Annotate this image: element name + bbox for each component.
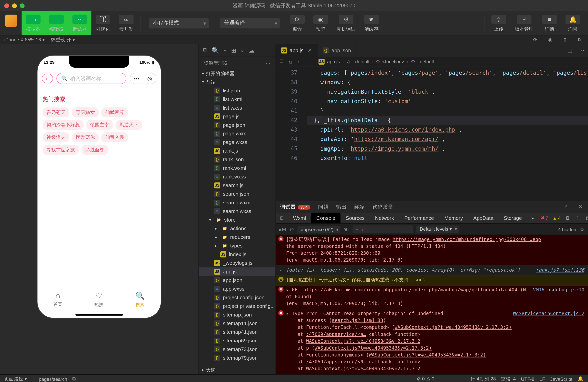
tab-appdata[interactable]: AppData [468,213,498,223]
warn-count[interactable]: ▲ 4 [550,215,563,220]
hot-tag[interactable]: 凤逆天下 [115,120,142,130]
inspect-element-icon[interactable]: ⯐ [276,215,288,221]
hot-tag[interactable]: 镇国主宰 [86,120,113,130]
section-outline[interactable]: 大纲 [199,366,275,374]
page-path-label[interactable]: 页面路径 ▾ [4,376,27,382]
tab-storage[interactable]: Storage [499,213,527,223]
tabbar-home[interactable]: ⌂首页 [54,291,62,314]
file-search.wxml[interactable]: ⟨⟩search.wxml [199,199,275,207]
tab-code-quality[interactable]: 代码质量 [372,202,394,211]
live-expr-icon[interactable]: 👁 [344,226,349,232]
device-icon[interactable]: ▯ [561,37,569,43]
file-rank.wxml[interactable]: ⟨⟩rank.wxml [199,164,275,173]
problems-summary[interactable]: ⊘ 0 ⚠ 0 [417,376,434,382]
close-ring-icon[interactable]: ◎ [143,75,156,82]
file-page.json[interactable]: {}page.json [199,121,275,129]
panel-close-icon[interactable]: ✕ [577,204,585,210]
mode-select[interactable]: 小程序模式 [149,18,209,28]
nav-fwd-icon[interactable]: → [307,59,316,64]
file-app.js[interactable]: JSapp.js [199,267,275,276]
editor-tab-app.json[interactable]: {}app.json [318,44,357,57]
tab-performance[interactable]: Performance [399,213,439,223]
clear-console-icon[interactable]: ⊘ [290,226,294,232]
file-rank.json[interactable]: {}rank.json [199,155,275,164]
copy-path-icon[interactable]: ⧉ [72,376,76,382]
file-page.wxss[interactable]: ≡page.wxss [199,138,275,147]
console-output[interactable]: ✖[渲染层网络层错误] Failed to load image https:/… [276,235,588,374]
real-debug-button[interactable]: ⚙真机调试 [332,11,360,35]
console-log[interactable]: ✖VM16 asdebug.js:10▸ GET https://a0.koic… [276,286,588,309]
messages-button[interactable]: 🔔消息 [561,11,585,35]
close-tab-icon[interactable]: ✕ [308,47,312,54]
file-sitemap.json[interactable]: {}sitemap.json [199,311,275,319]
cursor-position[interactable]: 行 42, 列 28 [471,376,496,382]
tab-output[interactable]: 输出 [335,202,348,211]
file-app.json[interactable]: {}app.json [199,276,275,285]
search-sidebar-icon[interactable]: 🔍 [212,47,219,54]
file-page.wxml[interactable]: ⟨⟩page.wxml [199,129,275,138]
back-button[interactable]: ← [42,74,53,83]
hot-tag[interactable]: 神级渔夫 [43,132,69,142]
tab-wxml[interactable]: Wxml [288,213,311,223]
levels-selector[interactable]: Default levels ▾ [416,225,459,233]
hot-tag[interactable]: 契约冷妻不好惹 [43,120,84,130]
hot-tag[interactable]: 仙帝入侵 [101,132,128,142]
bookmark-nav-icon[interactable]: ⎗ [289,59,294,64]
folder-types[interactable]: 📁types [199,241,275,250]
tab-network[interactable]: Network [370,213,399,223]
nav-back-icon[interactable]: ← [297,59,304,64]
section-open-editors[interactable]: 打开的编辑器 [199,69,275,78]
file-sitemap41.json[interactable]: {}sitemap41.json [199,328,275,336]
console-toggle-icon[interactable]: ▸⊟ [279,226,286,232]
extensions-icon[interactable]: ⊞ [231,47,236,54]
refresh-icon[interactable]: ⟳ [531,37,540,43]
log-source-link[interactable]: VM16 asdebug.js:10 [533,287,585,293]
popout-icon[interactable]: ⧉ [575,37,584,43]
clouddev-button[interactable]: ∞云开发 [115,11,138,35]
hot-tag[interactable]: 仙武帝尊 [101,108,128,117]
console-log[interactable]: ✖WAServiceMainContext.js:2▸ TypeError: C… [276,309,588,374]
record-icon[interactable]: ◉ [546,37,555,43]
tab-memory[interactable]: Memory [439,213,468,223]
hot-tag[interactable]: 毒医嫡女 [72,108,99,117]
dock-icon[interactable]: ⧉ [583,215,588,221]
file-rank.wxss[interactable]: ≡rank.wxss [199,173,275,181]
log-source-link[interactable]: rank.js? [sm]:136 [536,267,585,274]
console-log[interactable]: ▸rank.js? [sm]:136{data: {…}, header: {…… [276,266,588,276]
tab-console[interactable]: Console [311,213,341,223]
maximize-window[interactable] [20,3,24,8]
close-window[interactable] [4,3,9,8]
file-page.js[interactable]: JSpage.js [199,112,275,121]
editor-tab-app.js[interactable]: JSapp.js✕ [276,44,317,57]
tab-sources[interactable]: Sources [340,213,370,223]
hot-tag[interactable]: 寻找前世之旅 [43,145,79,155]
folder-reducers[interactable]: 📁reducers [199,233,275,241]
tab-debugger[interactable]: 调试器 7, 4 [279,202,311,211]
tabbar-search[interactable]: 🔍搜索 [135,291,145,314]
debugger-button[interactable]: ⌁调试器 [68,11,91,35]
split-editor-icon[interactable]: ◫ [564,44,576,57]
bookmark-icon[interactable]: ⧈ [240,46,244,54]
capsule-button[interactable]: ••• ◎ [130,73,156,84]
menu-dots-icon[interactable]: ••• [130,75,143,82]
file-rank.js[interactable]: JSrank.js [199,147,275,155]
hot-tag[interactable]: 因爱宠你 [72,132,99,142]
log-source-link[interactable]: WAServiceMainContext.js:2 [513,311,585,317]
breadcrumb[interactable]: ☰ ⎗ ← → JS app.js› ◇_default› ◇<function… [276,57,588,66]
code-editor[interactable]: 37383940414243444546 pages: ['pages/inde… [276,67,588,201]
file-search.js[interactable]: JSsearch.js [199,181,275,190]
editor-more-icon[interactable]: ⋯ [576,44,588,57]
tab-terminal[interactable]: 终端 [353,202,366,211]
details-button[interactable]: ≡详情 [538,11,561,35]
error-count[interactable]: ✖ 7 [539,215,550,221]
explorer-icon[interactable]: ⧉ [203,46,207,54]
hidden-count[interactable]: 4 hidden [558,227,576,232]
compile-select[interactable]: 普通编译 [220,18,280,28]
tabs-overflow-icon[interactable]: » [527,215,539,221]
visualizer-button[interactable]: ⿲可视化 [91,11,115,35]
file-_wepylogs.js[interactable]: JS_wepylogs.js [199,259,275,267]
encoding[interactable]: UTF-8 [521,376,534,382]
file-list.json[interactable]: {}list.json [199,86,275,95]
file-sitemap11.json[interactable]: {}sitemap11.json [199,319,275,328]
file-sitemap79.json[interactable]: {}sitemap79.json [199,354,275,362]
